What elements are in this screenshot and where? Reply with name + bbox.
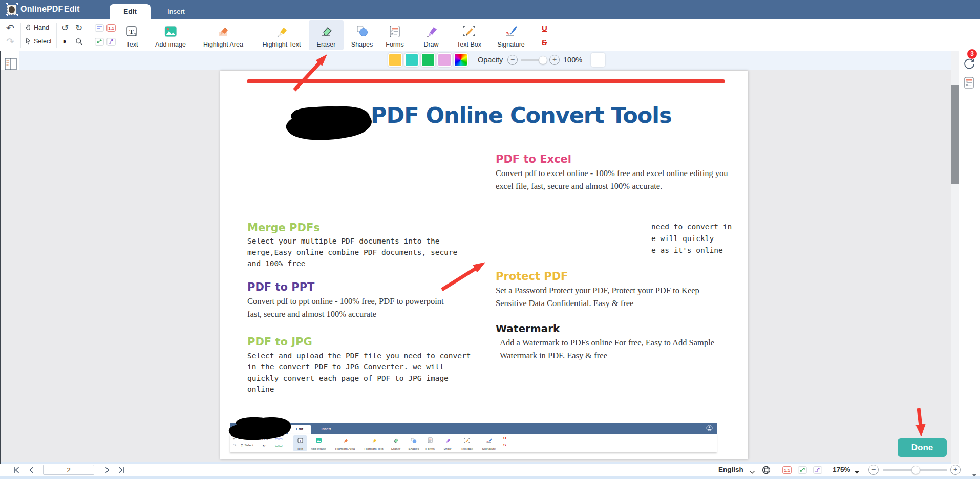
document-title: PDF Online Convert Tools bbox=[371, 102, 672, 128]
color-swatch-teal[interactable] bbox=[404, 53, 419, 67]
strikethrough-button[interactable]: S bbox=[542, 38, 547, 47]
tab-insert[interactable]: Insert bbox=[154, 4, 199, 19]
done-button[interactable]: Done bbox=[898, 438, 947, 457]
footer-bottom-strip bbox=[0, 476, 980, 479]
opacity-slider-knob[interactable] bbox=[539, 56, 547, 64]
brand-name: OnlinePDF bbox=[20, 5, 63, 14]
opacity-increase-button[interactable]: + bbox=[549, 55, 560, 65]
color-swatch-green[interactable] bbox=[421, 53, 435, 67]
color-swatch-yellow[interactable] bbox=[388, 53, 402, 67]
hand-tool-label[interactable]: Hand bbox=[34, 24, 49, 31]
tool-add-image[interactable]: Add image bbox=[152, 20, 189, 50]
section-heading-protect-pdf: Protect PDF bbox=[496, 270, 568, 282]
text-tool-icon: T bbox=[119, 24, 145, 38]
previous-page-icon[interactable] bbox=[28, 466, 36, 474]
partially-erased-text: need to convert in e will quickly e as i… bbox=[651, 221, 732, 256]
fit-page-icon[interactable] bbox=[106, 37, 116, 46]
section-body-pdf-to-ppt: Convert pdf to ppt online - 100% free, P… bbox=[247, 295, 452, 320]
svg-text:1:1: 1:1 bbox=[784, 468, 790, 473]
forms-icon bbox=[381, 24, 408, 38]
fit-expand-icon[interactable] bbox=[95, 37, 104, 46]
section-body-merge-pdfs: Select your multiple PDF documents into … bbox=[247, 235, 459, 269]
first-page-icon[interactable] bbox=[12, 466, 20, 474]
color-swatch-pink[interactable] bbox=[437, 53, 452, 67]
opacity-decrease-button[interactable]: − bbox=[507, 55, 518, 65]
language-selector[interactable]: English bbox=[718, 466, 743, 473]
zoom-in-button[interactable]: + bbox=[950, 465, 961, 475]
underline-button[interactable]: U bbox=[542, 24, 547, 32]
main-toolbar: ↶ ↷ Hand Select ↺ ↻ ◑ 1:1 bbox=[0, 19, 980, 51]
section-body-pdf-to-jpg: Select and upload the PDF file you need … bbox=[247, 350, 474, 395]
zoom-chevron-down-icon[interactable] bbox=[854, 468, 862, 476]
footer-bar: English 1:1 175% − + bbox=[0, 464, 980, 476]
section-heading-pdf-to-excel: PDF to Excel bbox=[496, 153, 571, 165]
page-number-input[interactable] bbox=[43, 465, 94, 475]
highlight-text-icon bbox=[256, 24, 307, 38]
mini-toolbar: ↶ ↷ ☰ Hand ⇡ Select ↺↻ ◑⌕ ▭▭ ▭▭ T Text A… bbox=[230, 434, 717, 452]
section-body-watermark: Add a Watermark to PDFs online For free,… bbox=[500, 336, 720, 362]
text-box-icon bbox=[452, 24, 486, 38]
title-bar: OnlinePDF Edit Edit Insert bbox=[0, 0, 980, 19]
red-annotation-line bbox=[247, 79, 725, 83]
thumbnail-panel-toggle-icon[interactable] bbox=[5, 57, 17, 71]
opacity-value: 100% bbox=[563, 56, 582, 64]
tool-shapes[interactable]: Shapes bbox=[348, 20, 376, 50]
zoom-slider-knob[interactable] bbox=[911, 466, 920, 474]
undo-icon[interactable]: ↶ bbox=[6, 23, 14, 33]
tool-highlight-text[interactable]: Highlight Text bbox=[256, 20, 307, 50]
eraser-options-bar bbox=[1, 51, 951, 70]
tool-text[interactable]: T Text bbox=[119, 20, 145, 50]
svg-text:T: T bbox=[129, 28, 134, 35]
select-cursor-icon[interactable] bbox=[24, 37, 32, 45]
history-badge: 3 bbox=[967, 49, 977, 59]
select-tool-label[interactable]: Select bbox=[34, 38, 52, 45]
pdf-page[interactable]: PDF Online Convert Tools PDF to Excel Co… bbox=[220, 71, 748, 459]
tool-eraser[interactable]: Eraser bbox=[309, 20, 344, 50]
redo-icon[interactable]: ↷ bbox=[6, 37, 14, 47]
tool-signature[interactable]: Signature bbox=[493, 20, 529, 50]
zoom-search-icon[interactable] bbox=[75, 37, 83, 46]
zoom-level-value[interactable]: 175% bbox=[833, 466, 850, 473]
fit-page-icon-footer[interactable] bbox=[813, 466, 821, 474]
section-heading-merge-pdfs: Merge PDFs bbox=[247, 222, 320, 234]
right-side-panel bbox=[959, 51, 980, 464]
rotate-left-icon[interactable]: ↺ bbox=[61, 24, 69, 32]
form-panel-icon[interactable] bbox=[963, 76, 974, 89]
actual-size-icon[interactable]: 1:1 bbox=[782, 466, 791, 474]
fit-width-icon[interactable] bbox=[798, 466, 806, 474]
contrast-icon[interactable]: ◑ bbox=[61, 37, 67, 46]
highlight-area-icon bbox=[198, 24, 249, 38]
eraser-icon bbox=[309, 24, 344, 38]
tool-draw[interactable]: Draw bbox=[419, 20, 443, 50]
section-heading-pdf-to-jpg: PDF to JPG bbox=[247, 336, 312, 348]
app-logo-icon bbox=[6, 3, 18, 16]
color-swatch-white[interactable] bbox=[591, 53, 605, 67]
black-scribble-mini bbox=[224, 415, 294, 442]
brand-suffix: Edit bbox=[64, 5, 79, 14]
section-body-protect-pdf: Set a Password Protect your PDF, Protect… bbox=[496, 284, 716, 310]
rotate-right-icon[interactable]: ↻ bbox=[75, 24, 82, 32]
next-page-icon[interactable] bbox=[103, 466, 112, 474]
add-image-icon bbox=[152, 24, 189, 38]
section-body-pdf-to-excel: Convert pdf to excel online - 100% free … bbox=[496, 167, 740, 192]
mini-tab-insert: Insert bbox=[316, 425, 336, 434]
hand-icon[interactable] bbox=[24, 23, 32, 31]
embedded-screenshot: Edit Insert ↶ ↷ ☰ Hand ⇡ Select ↺↻ ◑⌕ ▭▭… bbox=[230, 420, 717, 455]
signature-icon bbox=[493, 24, 529, 38]
tool-highlight-area[interactable]: Highlight Area bbox=[198, 20, 249, 50]
section-heading-watermark: Watermark bbox=[496, 322, 560, 335]
svg-text:1:1: 1:1 bbox=[108, 26, 114, 31]
zoom-out-button[interactable]: − bbox=[868, 465, 879, 475]
language-chevron-down-icon[interactable] bbox=[749, 467, 757, 475]
tool-forms[interactable]: Forms bbox=[381, 20, 408, 50]
black-scribble-title bbox=[282, 103, 376, 142]
vertical-scrollbar-thumb[interactable] bbox=[951, 85, 959, 184]
tool-text-box[interactable]: Text Box bbox=[452, 20, 486, 50]
one-to-one-icon[interactable]: 1:1 bbox=[106, 24, 116, 32]
last-page-icon[interactable] bbox=[118, 466, 126, 474]
globe-icon[interactable] bbox=[762, 466, 770, 474]
page-layout-icon[interactable] bbox=[95, 24, 104, 32]
tab-edit[interactable]: Edit bbox=[110, 4, 151, 19]
color-swatch-rainbow[interactable] bbox=[454, 53, 468, 67]
section-heading-pdf-to-ppt: PDF to PPT bbox=[247, 281, 314, 293]
